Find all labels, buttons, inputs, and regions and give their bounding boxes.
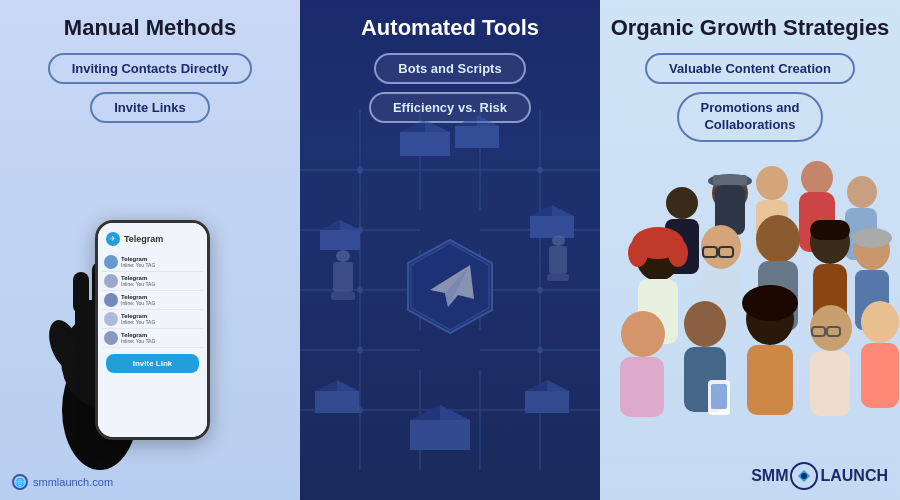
phone-app-name: Telegram xyxy=(124,234,163,244)
svg-point-78 xyxy=(628,239,648,267)
svg-point-96 xyxy=(684,301,726,347)
panel-automated-tools: Automated Tools Bots and Scripts Efficie… xyxy=(300,0,600,500)
svg-point-23 xyxy=(357,167,363,173)
panel-manual-methods: Manual Methods Inviting Contacts Directl… xyxy=(0,0,300,500)
svg-rect-49 xyxy=(549,246,567,274)
svg-rect-45 xyxy=(336,250,350,262)
svg-point-68 xyxy=(756,166,788,200)
avatar-3 xyxy=(104,293,118,307)
circuit-lines-svg xyxy=(300,110,600,470)
svg-marker-38 xyxy=(455,126,499,148)
organic-growth-title: Organic Growth Strategies xyxy=(611,15,890,41)
avatar-4 xyxy=(104,312,118,326)
svg-rect-46 xyxy=(333,262,353,292)
promotions-collab-tag: Promotions andCollaborations xyxy=(677,92,824,142)
launch-text: LAUNCH xyxy=(820,467,888,485)
phone-contact-4: TelegramInline: You TAG xyxy=(102,310,203,329)
footer-url-left: 🌐 smmlaunch.com xyxy=(12,474,113,490)
svg-rect-48 xyxy=(552,235,565,246)
valuable-content-tag: Valuable Content Creation xyxy=(645,53,855,84)
svg-rect-4 xyxy=(73,272,89,314)
svg-rect-102 xyxy=(747,345,793,415)
svg-point-108 xyxy=(861,301,899,343)
automated-tools-title: Automated Tools xyxy=(361,15,539,41)
inviting-contacts-tag: Inviting Contacts Directly xyxy=(48,53,253,84)
svg-rect-99 xyxy=(711,384,727,409)
svg-rect-109 xyxy=(861,343,899,408)
manual-methods-title: Manual Methods xyxy=(64,15,236,41)
svg-point-92 xyxy=(852,228,892,248)
svg-point-74 xyxy=(847,176,877,208)
svg-rect-47 xyxy=(331,292,355,300)
svg-marker-53 xyxy=(315,391,359,413)
phone-illustration: ✈ Telegram TelegramInline: You TAG Teleg… xyxy=(40,170,260,470)
invite-links-tag: Invite Links xyxy=(90,92,210,123)
svg-point-28 xyxy=(537,167,543,173)
smm-launch-logo: SMM LAUNCH xyxy=(751,462,888,490)
bots-scripts-tag: Bots and Scripts xyxy=(374,53,525,84)
svg-marker-41 xyxy=(320,230,360,250)
phone-contact-5: TelegramInline: You TAG xyxy=(102,329,203,348)
avatar-5 xyxy=(104,331,118,345)
crowd-illustration xyxy=(600,145,900,465)
svg-point-25 xyxy=(357,287,363,293)
svg-point-79 xyxy=(668,239,688,267)
website-url: smmlaunch.com xyxy=(33,476,113,488)
svg-rect-89 xyxy=(810,220,850,240)
svg-point-86 xyxy=(756,215,800,263)
svg-rect-107 xyxy=(810,351,850,416)
svg-rect-50 xyxy=(547,274,569,281)
svg-marker-56 xyxy=(525,391,569,413)
globe-icon: 🌐 xyxy=(12,474,28,490)
svg-point-72 xyxy=(666,187,698,219)
panel-organic-growth: Organic Growth Strategies Valuable Conte… xyxy=(600,0,900,500)
avatar-2 xyxy=(104,274,118,288)
phone-contact-2: TelegramInline: You TAG xyxy=(102,272,203,291)
phone-mockup: ✈ Telegram TelegramInline: You TAG Teleg… xyxy=(95,220,210,440)
svg-point-31 xyxy=(537,347,543,353)
avatar-1 xyxy=(104,255,118,269)
svg-marker-59 xyxy=(410,420,470,450)
svg-point-30 xyxy=(537,287,543,293)
svg-point-101 xyxy=(742,285,798,321)
svg-point-94 xyxy=(621,311,665,357)
svg-rect-110 xyxy=(600,435,900,465)
launch-icon xyxy=(790,462,818,490)
phone-app-header: ✈ Telegram xyxy=(102,229,203,249)
phone-contact-3: TelegramInline: You TAG xyxy=(102,291,203,310)
center-illustration xyxy=(300,110,600,470)
svg-marker-44 xyxy=(530,216,574,238)
svg-point-26 xyxy=(357,347,363,353)
svg-rect-66 xyxy=(713,175,747,185)
telegram-icon: ✈ xyxy=(106,232,120,246)
phone-screen: ✈ Telegram TelegramInline: You TAG Teleg… xyxy=(98,223,207,437)
svg-rect-95 xyxy=(620,357,664,417)
svg-point-112 xyxy=(801,473,807,479)
svg-point-70 xyxy=(801,161,833,195)
invite-link-button[interactable]: Invite Link xyxy=(106,354,199,373)
crowd-svg xyxy=(600,145,900,465)
smm-text: SMM xyxy=(751,467,788,485)
svg-marker-35 xyxy=(400,132,450,156)
phone-contact-1: TelegramInline: You TAG xyxy=(102,253,203,272)
